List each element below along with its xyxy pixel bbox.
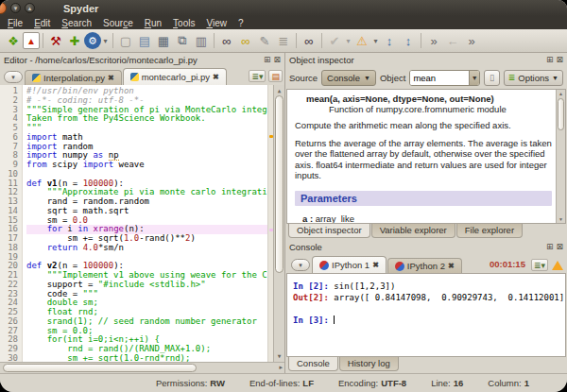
tools-icon[interactable]: ⚒: [46, 31, 65, 50]
panel-tab-variable-explorer[interactable]: Variable explorer: [371, 224, 455, 238]
code-line: from scipy import weave: [26, 161, 267, 170]
parameter-name: a :: [302, 213, 316, 224]
find-icon[interactable]: ∞: [217, 31, 236, 50]
title-bar[interactable]: ▾ ▴ Spyder: [0, 0, 567, 16]
find-in-files-icon[interactable]: ∞: [236, 31, 255, 50]
editor-pane: Editor - /home/carlos/Escritorio/monteca…: [0, 53, 285, 373]
run-caret-icon[interactable]: ▾: [344, 31, 352, 50]
split-editor-icon[interactable]: ▤: [268, 70, 283, 82]
status-value: LF: [302, 378, 314, 388]
menu-item-help[interactable]: ?: [232, 18, 249, 28]
options-button[interactable]: ≣ Options ▼: [504, 70, 563, 86]
console-text: array([ 0.84147098, 0.90929743, 0.141120…: [334, 293, 566, 302]
console-maximize-icon[interactable]: ⊞: [546, 242, 554, 251]
menu-item-source[interactable]: Source: [97, 18, 139, 28]
doc-scroll-thumb[interactable]: [558, 98, 564, 130]
toolbar-overflow-icon[interactable]: »: [424, 31, 443, 50]
lock-icon[interactable]: ▯: [484, 70, 500, 86]
toolbar-separator: [421, 33, 421, 48]
console-tab-ipython-1[interactable]: IPython 1✖: [312, 256, 387, 273]
close-tab-icon[interactable]: ✖: [213, 73, 219, 81]
browse-tabs-button[interactable]: ▾: [4, 71, 23, 83]
menu-item-edit[interactable]: Edit: [28, 18, 56, 28]
editor-horizontal-scrollbar[interactable]: ▸: [0, 362, 284, 373]
save-icon[interactable]: ▦: [154, 31, 173, 50]
menu-item-view[interactable]: View: [200, 18, 232, 28]
toolbar-separator: [214, 33, 215, 48]
code-line: return 4.0*sm/n: [26, 244, 267, 253]
find-symbol-icon[interactable]: ∞: [300, 31, 318, 50]
pythonpath-icon[interactable]: ✚: [65, 31, 84, 50]
editor-code[interactable]: #!/usr/bin/env python# -*- coding: utf-8…: [23, 85, 267, 362]
panel-tab-object-inspector[interactable]: Object inspector: [288, 224, 370, 238]
preferences-icon[interactable]: ⚙: [84, 32, 101, 49]
replace-icon[interactable]: ✎: [255, 31, 274, 50]
toolbar-overflow-2-icon[interactable]: »: [462, 31, 481, 50]
close-tab-icon[interactable]: ✖: [372, 261, 379, 269]
tab-label: Interpolation.py: [43, 73, 105, 83]
warning-icon[interactable]: [552, 261, 563, 270]
editor-tab-montecarlo-pi-py[interactable]: montecarlo_pi.py✖: [123, 68, 227, 85]
inspector-maximize-icon[interactable]: ⊞: [546, 55, 554, 64]
console-close-icon[interactable]: ⊠: [556, 242, 563, 251]
dropdown-caret-icon[interactable]: ▾: [101, 31, 110, 50]
doc-vertical-scrollbar[interactable]: ▲ ▼: [556, 90, 565, 223]
status-label: Permissions:: [156, 378, 207, 388]
warning-file-icon[interactable]: ⚠: [352, 31, 371, 50]
editor-close-icon[interactable]: ⊠: [273, 55, 281, 64]
prev-warning-icon[interactable]: ↕: [380, 31, 399, 50]
close-tab-icon[interactable]: ✖: [448, 262, 455, 270]
file-list-icon[interactable]: ≣▾: [249, 70, 266, 82]
close-tab-icon[interactable]: ✖: [108, 74, 114, 82]
code-line: sm += sqrt(1.0-rnd*rnd);: [26, 354, 267, 362]
object-combobox[interactable]: ▼: [409, 70, 480, 86]
console-pane-header: Console ⊞ ⊠: [285, 240, 567, 253]
scroll-down-icon[interactable]: ▼: [557, 216, 565, 222]
options-list-icon: ≣: [508, 73, 516, 82]
console-tab-ipython-2[interactable]: IPython 2✖: [387, 258, 462, 273]
inspector-close-icon[interactable]: ⊠: [556, 55, 563, 64]
panel-tab-file-explorer[interactable]: File explorer: [456, 224, 523, 238]
menu-item-run[interactable]: Run: [139, 18, 167, 28]
scroll-right-icon[interactable]: ▸: [279, 364, 283, 371]
open-file-icon[interactable]: ▤: [135, 31, 154, 50]
window-close-button[interactable]: [0, 2, 7, 14]
object-input[interactable]: [410, 71, 469, 85]
horizontal-scroll-thumb[interactable]: [3, 364, 197, 372]
console-panel-tab-history-log[interactable]: History log: [339, 357, 399, 371]
goto-line-icon[interactable]: ≣: [274, 31, 293, 50]
next-warning-icon[interactable]: ↕: [399, 31, 418, 50]
window-maximize-button[interactable]: ▴: [25, 3, 35, 13]
menu-bar: FileEditSearchSourceRunToolsView?: [0, 16, 567, 29]
status-value: 1: [524, 378, 529, 388]
back-icon[interactable]: ←: [443, 31, 462, 50]
editor-tabs: Interpolation.py✖montecarlo_pi.py✖: [25, 66, 228, 85]
combo-dropdown-icon[interactable]: ▼: [469, 71, 479, 85]
editor-code-area[interactable]: 1234567891011121314151617181920212223242…: [0, 85, 284, 362]
save-all-icon[interactable]: ⧉: [173, 31, 192, 50]
warning-caret-icon[interactable]: ▾: [371, 31, 380, 50]
layout-icon[interactable]: ❖: [4, 31, 23, 50]
print-icon[interactable]: ▥: [192, 31, 211, 50]
line-number: 30: [0, 354, 18, 362]
vertical-scroll-thumb[interactable]: [275, 95, 284, 273]
window-minimize-button[interactable]: ▾: [10, 3, 21, 13]
console-panel-tab-console[interactable]: Console: [288, 357, 338, 371]
source-select[interactable]: Console ▼: [321, 70, 376, 86]
menu-item-search[interactable]: Search: [56, 18, 97, 28]
scroll-down-icon[interactable]: ▼: [274, 351, 284, 361]
run-check-icon[interactable]: ✔: [325, 31, 344, 50]
console-output[interactable]: In [2]: sin([1,2,3])Out[2]: array([ 0.84…: [286, 273, 566, 357]
console-browse-tabs-button[interactable]: ▾: [291, 259, 310, 271]
new-file-icon[interactable]: ▢: [116, 31, 135, 50]
menu-item-file[interactable]: File: [2, 18, 28, 28]
doc-paragraph: Returns the average of the array element…: [295, 138, 552, 181]
menu-item-tools[interactable]: Tools: [167, 18, 200, 28]
editor-vertical-scrollbar[interactable]: ▲ ▼: [273, 85, 284, 362]
spyder-dock-icon[interactable]: ▲: [23, 32, 40, 49]
console-options-icon[interactable]: ≣▾: [531, 259, 548, 271]
scroll-up-icon[interactable]: ▲: [557, 91, 565, 96]
editor-maximize-icon[interactable]: ⊞: [264, 55, 271, 64]
editor-tab-interpolation-py[interactable]: Interpolation.py✖: [25, 70, 122, 85]
scroll-up-icon[interactable]: ▲: [274, 86, 284, 95]
